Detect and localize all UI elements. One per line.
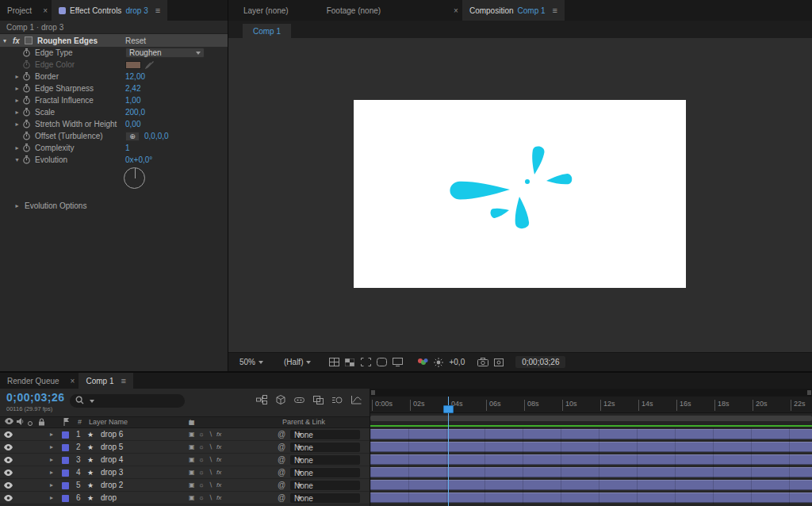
stopwatch-icon[interactable] (23, 96, 31, 105)
time-navigator[interactable] (370, 389, 812, 397)
property-value[interactable]: 0x+0,0° (125, 155, 152, 164)
stopwatch-icon[interactable] (23, 132, 31, 140)
time-ruler[interactable]: 0:00s 02s 04s 06s 08s 10s 12s 14s 16s 18… (370, 397, 812, 413)
show-snapshot-icon[interactable] (492, 356, 506, 369)
take-snapshot-icon[interactable] (476, 356, 490, 369)
stopwatch-icon[interactable] (23, 108, 31, 117)
layer-name[interactable]: drop 4 (101, 454, 123, 466)
twirl-right-icon[interactable]: ▸ (13, 73, 21, 80)
layer-row[interactable]: ▸ 2 ★ drop 5 ▣☼∖fx @ None (0, 441, 370, 454)
hide-shy-layers-icon[interactable] (294, 396, 304, 406)
layer-switches[interactable]: ▣☼∖fx (189, 454, 221, 466)
layer-name[interactable]: drop 3 (101, 466, 123, 478)
toggle-transparency-grid-icon[interactable] (343, 356, 357, 369)
twirl-right-icon[interactable]: ▸ (50, 428, 53, 440)
point-crosshair-button[interactable]: ⊕ (125, 132, 140, 141)
search-input[interactable] (70, 394, 185, 408)
panel-menu-icon[interactable]: ≡ (155, 6, 160, 15)
twirl-right-icon[interactable]: ▸ (13, 109, 21, 116)
stopwatch-icon[interactable] (23, 48, 31, 57)
layer-row[interactable]: ▸ 3 ★ drop 4 ▣☼∖fx @ None (0, 454, 370, 466)
parent-dropdown[interactable]: None (290, 455, 360, 465)
twirl-right-icon[interactable]: ▸ (50, 479, 53, 491)
motion-blur-icon[interactable] (332, 396, 343, 406)
label-color-chip[interactable] (62, 470, 69, 477)
eye-icon[interactable] (4, 441, 13, 453)
exposure-value[interactable]: +0,0 (449, 358, 465, 366)
navigator-end-handle[interactable] (807, 390, 811, 395)
tab-render-queue[interactable]: Render Queue (0, 373, 67, 389)
twirl-right-icon[interactable]: ▸ (13, 85, 21, 92)
twirl-right-icon[interactable]: ▸ (50, 454, 53, 466)
layer-switches[interactable]: ▣☼∖fx (189, 492, 221, 504)
layer-row[interactable]: ▸ 4 ★ drop 3 ▣☼∖fx @ None (0, 466, 370, 479)
tab-composition[interactable]: Composition Comp 1 ≡ (462, 0, 565, 21)
work-area-bar[interactable] (370, 416, 812, 421)
toggle-mask-visibility-icon[interactable] (374, 356, 389, 369)
twirl-down-icon[interactable]: ▾ (3, 37, 11, 44)
parent-dropdown[interactable]: None (290, 430, 360, 439)
layer-switches[interactable]: ▣☼∖fx (189, 479, 221, 491)
property-value[interactable]: 1,00 (125, 96, 140, 105)
fx-badge-icon[interactable]: fx (13, 36, 20, 45)
graph-editor-icon[interactable] (351, 396, 362, 406)
tab-effect-controls[interactable]: Effect Controls drop 3 ≡ (52, 0, 167, 21)
comp-view-tab[interactable]: Comp 1 (243, 24, 291, 38)
preview-timecode[interactable]: 0;00;03;26 (515, 356, 565, 368)
show-channel-icon[interactable] (416, 356, 430, 369)
layer-duration-bar[interactable] (370, 493, 812, 503)
property-value[interactable]: 12,00 (125, 72, 145, 81)
tab-timeline-comp[interactable]: Comp 1 ≡ (79, 373, 132, 389)
3d-view-icon[interactable] (390, 356, 404, 369)
close-icon[interactable]: × (39, 0, 52, 21)
layer-duration-bar[interactable] (370, 454, 812, 465)
twirl-right-icon[interactable]: ▸ (50, 492, 53, 504)
mini-flowchart-icon[interactable] (256, 395, 267, 406)
property-value[interactable]: 0,0,0,0 (144, 132, 169, 140)
pickwhip-icon[interactable]: @ (278, 454, 285, 466)
eye-icon[interactable] (4, 479, 13, 491)
label-color-chip[interactable] (62, 482, 69, 489)
pickwhip-icon[interactable]: @ (278, 428, 285, 440)
region-of-interest-icon[interactable] (358, 356, 373, 369)
parent-dropdown[interactable]: None (290, 493, 360, 503)
property-value[interactable]: 0,00 (125, 120, 140, 128)
layer-duration-bar[interactable] (370, 429, 812, 439)
magnification-dropdown[interactable]: 50% (235, 356, 268, 369)
property-value[interactable]: 200,0 (125, 108, 145, 117)
evolution-options-row[interactable]: ▸ Evolution Options (0, 199, 228, 212)
layer-duration-bar[interactable] (370, 467, 812, 477)
eye-icon[interactable] (4, 428, 13, 440)
pickwhip-icon[interactable]: @ (278, 441, 285, 453)
eyedropper-icon[interactable] (145, 60, 155, 69)
twirl-right-icon[interactable]: ▸ (13, 97, 21, 104)
angle-dial[interactable] (124, 167, 145, 189)
stopwatch-icon[interactable] (23, 72, 31, 81)
effect-header[interactable]: ▾ fx Roughen Edges Reset (0, 34, 228, 47)
layer-row[interactable]: ▸ 6 ★ drop ▣☼∖fx @ None (0, 492, 370, 504)
edge-type-dropdown[interactable]: Roughen (125, 48, 205, 58)
stopwatch-icon[interactable] (23, 155, 31, 164)
parent-dropdown[interactable]: None (290, 468, 360, 477)
reset-button[interactable]: Reset (125, 36, 146, 45)
stopwatch-icon[interactable] (23, 144, 31, 152)
pickwhip-icon[interactable]: @ (278, 479, 285, 491)
layer-switches[interactable]: ▣☼∖fx (189, 466, 221, 478)
eye-icon[interactable] (4, 454, 13, 466)
close-icon[interactable]: × (450, 0, 462, 21)
twirl-right-icon[interactable]: ▸ (50, 441, 53, 453)
effect-name[interactable]: Roughen Edges (37, 36, 98, 45)
layer-duration-bar[interactable] (370, 442, 812, 452)
frame-blending-icon[interactable] (313, 396, 324, 406)
tab-footage[interactable]: Footage (none) (320, 0, 388, 21)
layer-name[interactable]: drop 2 (101, 479, 123, 491)
label-color-chip[interactable] (62, 495, 69, 502)
tab-project[interactable]: Project (0, 0, 39, 21)
property-value[interactable]: 2,42 (125, 84, 140, 93)
property-value[interactable]: 1 (125, 144, 130, 152)
composition-viewport[interactable] (228, 38, 812, 352)
parent-dropdown[interactable]: None (290, 481, 360, 490)
twirl-down-icon[interactable]: ▾ (13, 156, 21, 163)
layer-name[interactable]: drop 6 (101, 428, 123, 440)
twirl-right-icon[interactable]: ▸ (13, 121, 21, 128)
